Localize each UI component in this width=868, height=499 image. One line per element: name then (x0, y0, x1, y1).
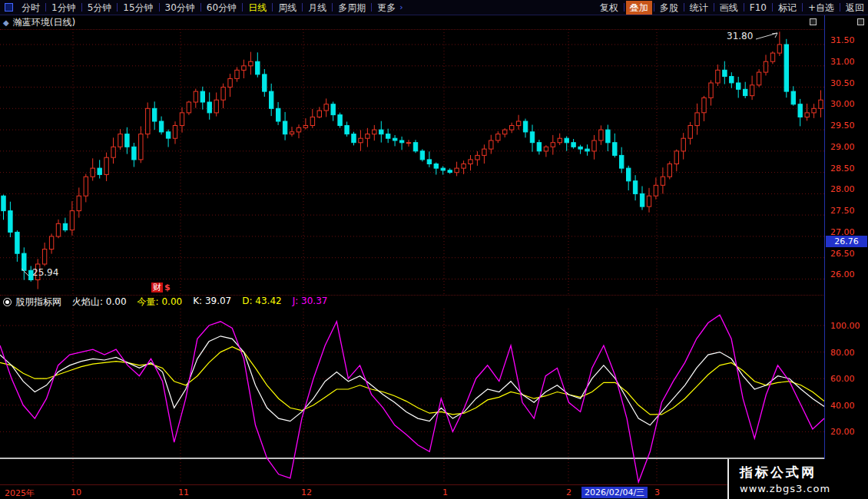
period-tab[interactable]: 30分钟 (161, 1, 199, 15)
tool-button[interactable]: 复权 (596, 1, 622, 15)
stock-title: 瀚蓝环境(日线) (13, 16, 75, 29)
price-axis: 31.5031.0030.5030.0029.5029.0028.5028.00… (824, 15, 868, 484)
indicator-value: J: 30.37 (293, 296, 328, 309)
j-line (0, 315, 824, 482)
current-price-tag: 26.76 (826, 236, 867, 247)
period-tabs: 分时1分钟5分钟15分钟30分钟60分钟日线周线月线多周期更多› (18, 1, 406, 15)
layout-icon[interactable] (857, 18, 864, 25)
tool-button[interactable]: 标记 (774, 1, 800, 15)
period-tab[interactable]: 15分钟 (119, 1, 157, 15)
toolbar-separator (371, 3, 372, 12)
period-tab[interactable]: 5分钟 (84, 1, 116, 15)
timeline-month: 3 (654, 487, 660, 497)
toolbar-separator (81, 3, 82, 12)
toolbar-separator (242, 3, 243, 12)
low-arrow-icon (20, 267, 31, 278)
tool-button[interactable]: 画线 (716, 1, 742, 15)
period-tab[interactable]: 日线 (244, 1, 270, 15)
watermark-url: www.zbgs3.com (740, 483, 868, 494)
indicator-gridlines (0, 309, 824, 484)
trading-app: 分时1分钟5分钟15分钟30分钟60分钟日线周线月线多周期更多› 复权叠加多股统… (0, 0, 868, 499)
tool-button[interactable]: +自选 (804, 1, 838, 15)
toolbar-separator (45, 3, 46, 12)
indicator-axis-label: 20.00 (830, 427, 855, 437)
candlestick-chart[interactable] (0, 29, 824, 295)
tool-button[interactable]: 叠加 (626, 1, 652, 15)
brand-name: 股朋指标网 (15, 296, 61, 309)
timeline-current-date: 2026/02/04/三 (581, 487, 648, 498)
toolbar: 分时1分钟5分钟15分钟30分钟60分钟日线周线月线多周期更多› 复权叠加多股统… (0, 0, 868, 15)
toolbar-separator (772, 3, 773, 12)
toolbar-separator (117, 3, 118, 12)
indicator-axis-label: 80.00 (830, 348, 855, 358)
price-axis-label: 29.50 (830, 121, 855, 131)
stock-badge-icon: ◆ (3, 18, 9, 27)
timeline-month: 10 (71, 487, 81, 497)
period-tab[interactable]: 分时 (18, 1, 44, 15)
tool-button[interactable]: F10 (746, 1, 770, 15)
timeline-month: 11 (178, 487, 189, 497)
high-price-annotation: 31.80 (727, 31, 780, 41)
tool-buttons: 复权叠加多股统计画线F10标记+自选返回 (596, 1, 868, 15)
low-price-annotation: 25.94 (20, 267, 58, 278)
indicator-value: 今量: 0.00 (137, 296, 183, 309)
chart-window-icon[interactable] (810, 18, 817, 25)
tool-button[interactable]: 多股 (656, 1, 682, 15)
toolbar-separator (684, 3, 684, 12)
indicator-value: D: 43.42 (242, 296, 281, 309)
candles (2, 31, 823, 289)
indicator-values: 火焰山: 0.00今量: 0.00K: 39.07D: 43.42J: 30.3… (72, 296, 327, 309)
period-tab[interactable]: 周线 (274, 1, 300, 15)
period-tab[interactable]: 1分钟 (48, 1, 80, 15)
toolbar-separator (272, 3, 273, 12)
title-bar: ◆ 瀚蓝环境(日线) (0, 15, 824, 29)
price-gridlines (0, 29, 824, 295)
timeline-year: 2025年 (5, 487, 35, 499)
toolbar-separator (714, 3, 714, 12)
news-marker[interactable]: 财 $ (151, 283, 171, 292)
indicator-header: 股朋指标网 火焰山: 0.00今量: 0.00K: 39.07D: 43.42J… (0, 296, 327, 309)
price-axis-label: 27.50 (830, 206, 855, 216)
price-axis-label: 31.00 (830, 57, 855, 67)
timeline-month: 12 (301, 487, 312, 497)
news-badge-icon[interactable]: 财 (151, 283, 163, 292)
price-axis-label: 29.00 (830, 142, 855, 152)
tool-button[interactable]: 统计 (686, 1, 712, 15)
high-arrow-icon (754, 31, 780, 41)
period-tab[interactable]: 更多 (373, 1, 399, 15)
announcement-icon: $ (164, 283, 171, 292)
period-tab[interactable]: 月线 (304, 1, 330, 15)
watermark: 指标公式网 www.zbgs3.com (727, 459, 868, 499)
price-axis-label: 26.00 (830, 269, 855, 279)
timeline-month: 1 (442, 487, 448, 497)
indicator-value: K: 39.07 (193, 296, 231, 309)
toolbar-separator (332, 3, 333, 12)
price-axis-label: 31.50 (830, 35, 855, 45)
period-tab[interactable]: 多周期 (334, 1, 369, 15)
more-arrow-icon: › (399, 2, 406, 12)
period-tab[interactable]: 60分钟 (203, 1, 240, 15)
toolbar-separator (654, 3, 654, 12)
brand: 股朋指标网 (3, 296, 61, 309)
toolbar-separator (802, 3, 803, 12)
toolbar-separator (840, 3, 840, 12)
price-axis-label: 30.50 (830, 78, 855, 88)
high-price-label: 31.80 (727, 31, 753, 41)
price-axis-label: 26.50 (830, 249, 855, 259)
toolbar-separator (624, 3, 624, 12)
indicator-axis-label: 100.00 (830, 321, 860, 331)
tool-button[interactable]: 返回 (842, 1, 868, 15)
watermark-title: 指标公式网 (740, 464, 868, 481)
price-axis-label: 28.00 (830, 184, 855, 194)
d-line (0, 347, 824, 415)
indicator-axis-label: 40.00 (830, 401, 855, 411)
app-icon[interactable] (5, 3, 13, 12)
toolbar-separator (159, 3, 160, 12)
price-axis-label: 28.50 (830, 164, 855, 173)
timeline-month: 2 (566, 487, 571, 497)
brand-logo-icon (3, 298, 12, 306)
toolbar-separator (302, 3, 303, 12)
indicator-axis-label: 60.00 (830, 374, 855, 384)
kdj-indicator-chart[interactable] (0, 309, 824, 484)
price-axis-label: 30.00 (830, 99, 855, 109)
